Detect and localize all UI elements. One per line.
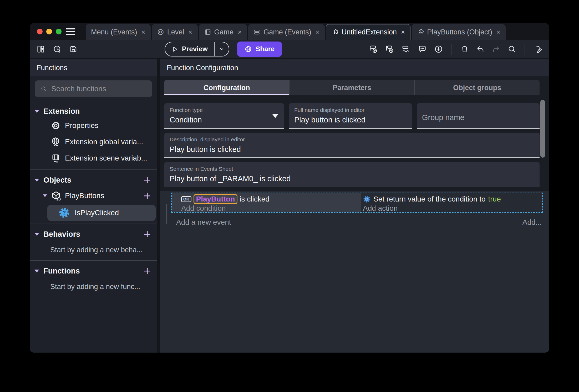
- function-gear-icon: ?: [58, 207, 70, 219]
- trash-icon[interactable]: [460, 45, 469, 53]
- object-row-playbuttons[interactable]: 2D PlayButtons +: [30, 189, 157, 203]
- scene-variable-icon: [51, 153, 61, 163]
- add-object-function-button[interactable]: +: [141, 190, 153, 201]
- add-subevent-icon[interactable]: [385, 45, 394, 54]
- preview-main[interactable]: Preview: [165, 42, 214, 56]
- section-extension[interactable]: Extension: [30, 105, 157, 117]
- tab-configuration[interactable]: Configuration: [164, 80, 289, 95]
- tab-object-groups[interactable]: Object groups: [414, 80, 540, 95]
- zoom-window-button[interactable]: [56, 29, 62, 34]
- sidebar-item-extension-global-variables[interactable]: Extension global varia...: [30, 134, 157, 150]
- tab-game[interactable]: Game ×: [199, 24, 247, 40]
- history-icon[interactable]: [53, 45, 61, 53]
- description-field[interactable]: Description, displayed in editor Play bu…: [164, 133, 540, 158]
- share-button[interactable]: Share: [237, 42, 282, 57]
- tab-untitled-extension[interactable]: UntitledExtension ×: [326, 24, 410, 40]
- add-function-button[interactable]: +: [141, 266, 153, 276]
- traffic-lights: [37, 23, 62, 40]
- globe-icon: [245, 45, 252, 53]
- chevron-down-icon[interactable]: [34, 233, 39, 236]
- section-functions[interactable]: Functions +: [30, 265, 157, 277]
- search-functions-input[interactable]: [51, 85, 146, 93]
- field-value: Condition: [170, 116, 279, 124]
- toolbar-left-icons: [37, 45, 78, 53]
- button-object-icon: OK: [181, 196, 191, 202]
- add-button[interactable]: Add...: [522, 217, 542, 227]
- close-window-button[interactable]: [37, 29, 43, 34]
- toolbar-right-icons: [369, 44, 542, 55]
- configuration-form: Configuration Parameters Object groups F…: [160, 76, 549, 191]
- add-action-link[interactable]: Add action: [363, 204, 542, 213]
- preview-button[interactable]: Preview: [165, 42, 229, 56]
- add-condition-link[interactable]: Add condition: [181, 204, 361, 213]
- minimize-window-button[interactable]: [46, 29, 52, 34]
- search-functions-box[interactable]: [35, 80, 152, 97]
- section-label: Functions: [43, 267, 141, 275]
- gear-icon: [51, 121, 61, 131]
- circle-plus-icon[interactable]: [434, 45, 443, 54]
- action-row[interactable]: Set return value of the condition to tru…: [363, 194, 542, 204]
- condition-object-name[interactable]: PlayButton: [194, 194, 238, 204]
- behaviors-empty-hint: Start by adding a new beha...: [30, 245, 157, 255]
- full-name-field[interactable]: Full name displayed in editor Play butto…: [289, 103, 412, 129]
- redo-icon[interactable]: [492, 45, 500, 53]
- close-icon[interactable]: ×: [238, 28, 242, 36]
- sidebar-divider: [30, 169, 157, 170]
- function-row-isplayclicked[interactable]: ? IsPlayClicked: [47, 205, 156, 221]
- undo-icon[interactable]: [476, 45, 485, 53]
- close-icon[interactable]: ×: [401, 28, 405, 36]
- menu-icon[interactable]: [66, 23, 75, 40]
- vertical-scrollbar[interactable]: [540, 100, 545, 158]
- chevron-down-icon[interactable]: [34, 179, 39, 182]
- close-icon[interactable]: ×: [141, 28, 145, 36]
- sidebar-divider: [30, 224, 157, 224]
- project-manager-icon[interactable]: [37, 45, 45, 53]
- tab-playbuttons-object[interactable]: PlayButtons (Object) ×: [412, 24, 506, 40]
- add-new-event-link[interactable]: Add a new event: [176, 217, 231, 227]
- tab-label: Level: [167, 28, 184, 36]
- sentence-field[interactable]: Sentence in Events Sheet Play button of …: [164, 162, 540, 187]
- tab-level[interactable]: Level ×: [152, 24, 198, 40]
- preview-dropdown-button[interactable]: [215, 42, 229, 56]
- chevron-down-icon[interactable]: [34, 110, 39, 113]
- group-name-input[interactable]: [422, 113, 534, 122]
- chevron-down-icon[interactable]: [43, 194, 47, 197]
- sidebar-item-label: Properties: [65, 121, 99, 130]
- function-type-select[interactable]: Function type Condition: [164, 103, 284, 129]
- action-boolean-value[interactable]: true: [488, 195, 501, 203]
- tab-parameters[interactable]: Parameters: [289, 80, 414, 95]
- close-icon[interactable]: ×: [188, 28, 192, 36]
- field-label: Sentence in Events Sheet: [170, 166, 534, 172]
- group-name-field[interactable]: [417, 103, 540, 129]
- sidebar-item-extension-scene-variables[interactable]: Extension scene variab...: [30, 150, 157, 166]
- add-object-button[interactable]: +: [141, 175, 153, 185]
- svg-text:2D: 2D: [57, 197, 61, 201]
- tab-label: PlayButtons (Object): [427, 28, 492, 36]
- add-other-event-icon[interactable]: [402, 45, 410, 54]
- extension-edit-icon[interactable]: [534, 45, 542, 54]
- close-icon[interactable]: ×: [316, 28, 319, 36]
- sidebar-item-label: Extension global varia...: [65, 138, 143, 146]
- toolbar: Preview Share: [30, 40, 549, 59]
- add-behavior-button[interactable]: +: [141, 229, 153, 239]
- chevron-down-icon[interactable]: [34, 270, 39, 272]
- tab-label: Game: [214, 28, 234, 36]
- save-icon[interactable]: [69, 45, 78, 53]
- section-objects[interactable]: Objects +: [30, 174, 157, 186]
- tab-game-events[interactable]: Game (Events) ×: [248, 24, 325, 40]
- tab-menu-events[interactable]: Menu (Events) ×: [86, 24, 151, 40]
- functions-empty-hint: Start by adding a new func...: [30, 281, 157, 292]
- search-icon[interactable]: [508, 45, 516, 53]
- sidebar-item-properties[interactable]: Properties: [30, 117, 157, 134]
- section-behaviors[interactable]: Behaviors +: [30, 228, 157, 240]
- film-icon: [204, 29, 211, 35]
- conditions-column: OK PlayButton is clicked Add condition: [172, 193, 361, 212]
- chevron-down-icon: [219, 46, 225, 52]
- close-icon[interactable]: ×: [496, 28, 500, 36]
- selected-event[interactable]: OK PlayButton is clicked Add condition S…: [171, 193, 543, 213]
- events-sheet-icon: [253, 29, 260, 35]
- add-event-icon[interactable]: [369, 45, 378, 54]
- toolbar-divider: [451, 44, 452, 55]
- comment-icon[interactable]: [418, 45, 427, 54]
- condition-row[interactable]: OK PlayButton is clicked: [181, 194, 361, 204]
